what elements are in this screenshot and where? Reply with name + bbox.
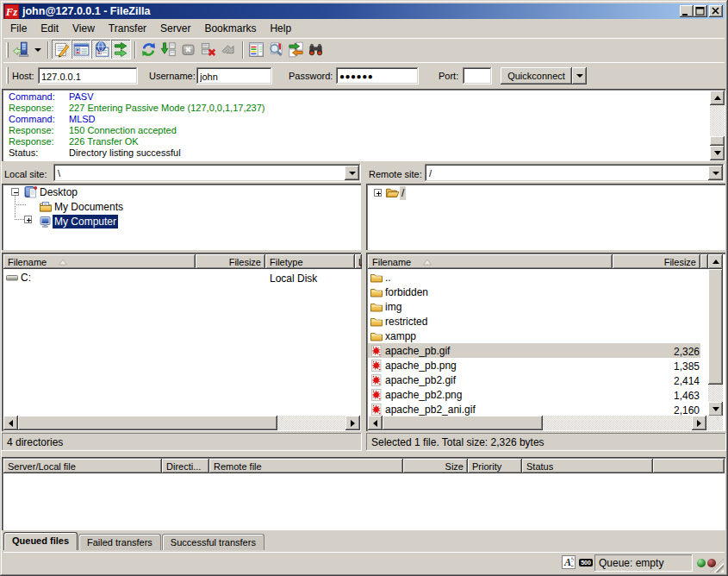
speed-limits-icon[interactable]: 500 <box>579 559 593 567</box>
toggle-message-log-button[interactable] <box>52 40 72 59</box>
refresh-icon <box>140 41 157 58</box>
log-line-label: Response: <box>9 103 54 113</box>
local-column-lastmodified[interactable]: L <box>355 254 362 269</box>
close-button[interactable] <box>709 5 723 17</box>
remote-file-row[interactable]: forbidden <box>368 285 609 299</box>
toggle-remote-tree-button[interactable] <box>91 40 111 59</box>
queue-column-remote-file[interactable]: Remote file <box>209 459 403 473</box>
synchronized-browsing-button[interactable] <box>286 40 306 59</box>
local-column-filetype[interactable]: Filetype <box>265 254 355 269</box>
tree-expand-toggle[interactable] <box>24 216 32 223</box>
log-scroll-down-button[interactable] <box>710 146 725 160</box>
username-input[interactable] <box>196 67 272 85</box>
queue-column-status[interactable]: Status <box>522 459 653 473</box>
remote-file-row[interactable]: .. <box>368 270 609 285</box>
remote-scroll-right-button[interactable] <box>692 416 706 430</box>
toggle-transfer-queue-button[interactable] <box>111 40 131 59</box>
remote-column-filename[interactable]: Filename <box>368 254 613 269</box>
local-scroll-left-button[interactable] <box>3 416 18 430</box>
local-column-filename[interactable]: Filename <box>3 254 196 269</box>
toolbar-gripper[interactable] <box>6 42 9 58</box>
remote-tree-icon <box>93 41 109 58</box>
toggle-local-tree-button[interactable] <box>72 40 91 59</box>
queue-column-direction[interactable]: Directi... <box>162 459 209 473</box>
menu-file[interactable]: File <box>3 21 34 36</box>
site-manager-dropdown[interactable] <box>32 40 43 59</box>
host-input[interactable] <box>38 67 138 85</box>
local-hscrollbar-thumb[interactable] <box>18 416 277 430</box>
local-file-row[interactable]: C: <box>3 270 262 285</box>
maximize-icon <box>694 5 707 17</box>
data-type-icon[interactable] <box>562 555 576 569</box>
tree-item-my-documents[interactable]: My Documents <box>39 199 125 214</box>
find-files-button[interactable] <box>306 40 326 59</box>
menu-bookmarks[interactable]: Bookmarks <box>197 21 263 36</box>
remote-vscrollbar-thumb[interactable] <box>708 269 723 385</box>
local-column-filesize[interactable]: Filesize <box>196 254 265 269</box>
remote-file-row[interactable]: img <box>368 299 609 314</box>
file-name-text: img <box>385 301 401 313</box>
tab-failed-transfers[interactable]: Failed transfers <box>78 534 161 550</box>
local-site-dropdown[interactable] <box>345 166 359 180</box>
menu-edit[interactable]: Edit <box>34 21 65 36</box>
port-input[interactable] <box>463 67 492 85</box>
quickconnect-button[interactable]: Quickconnect <box>501 67 572 85</box>
refresh-button[interactable] <box>139 40 159 59</box>
remote-file-row[interactable]: restricted <box>368 314 609 329</box>
remote-column-filesize[interactable]: Filesize <box>613 254 700 269</box>
remote-site-combo[interactable]: / <box>425 164 725 182</box>
log-line-text: Directory listing successful <box>69 147 181 159</box>
arrow-down-icon <box>34 48 41 52</box>
local-hscrollbar-track[interactable] <box>277 416 345 430</box>
log-scroll-up-button[interactable] <box>710 91 725 105</box>
menu-server[interactable]: Server <box>153 21 197 36</box>
remote-site-dropdown[interactable] <box>708 166 723 180</box>
filter-icon <box>248 41 264 58</box>
remote-hscrollbar-thumb[interactable] <box>383 416 543 430</box>
log-scrollbar-thumb[interactable] <box>710 136 725 146</box>
log-line-text: 227 Entering Passive Mode (127,0,0,1,17,… <box>69 103 264 114</box>
column-header-label: Size <box>441 461 468 472</box>
local-site-combo[interactable]: \ <box>53 164 361 182</box>
menu-transfer[interactable]: Transfer <box>102 21 153 36</box>
local-scroll-right-button[interactable] <box>345 416 360 430</box>
title-bar[interactable]: john@127.0.0.1 - FileZilla <box>3 3 725 19</box>
menu-view[interactable]: View <box>65 21 102 36</box>
remote-scroll-up-button[interactable] <box>708 254 723 269</box>
remote-vscrollbar-track[interactable] <box>708 385 723 402</box>
tree-item-root[interactable]: / <box>385 185 406 200</box>
tree-expand-toggle-remote[interactable] <box>374 189 382 197</box>
local-status-text: 4 directories <box>7 436 63 448</box>
tree-collapse-toggle[interactable] <box>11 188 19 196</box>
queue-column-priority[interactable]: Priority <box>468 459 522 473</box>
queue-column-size[interactable]: Size <box>403 459 468 473</box>
tab-queued-files[interactable]: Queued files <box>3 532 78 550</box>
remote-file-row[interactable]: xampp <box>368 329 609 343</box>
tree-item-my-computer[interactable]: My Computer <box>39 214 118 229</box>
process-queue-button[interactable] <box>159 40 178 59</box>
remote-hscrollbar-track[interactable] <box>543 416 692 430</box>
menu-help[interactable]: Help <box>263 21 298 36</box>
remote-scroll-down-button[interactable] <box>708 402 723 416</box>
cancel-operation-button[interactable] <box>178 40 198 59</box>
log-line: Response:150 Connection accepted <box>9 125 54 136</box>
queue-column-local-file[interactable]: Server/Local file <box>3 459 162 473</box>
local-site-label: Local site: <box>4 169 47 179</box>
tree-item-desktop[interactable]: Desktop <box>24 185 79 199</box>
quickconnect-gripper[interactable] <box>6 67 9 84</box>
directory-comparison-button[interactable] <box>266 40 286 59</box>
site-manager-button[interactable] <box>11 40 31 59</box>
maximize-button[interactable] <box>694 5 707 17</box>
folder-open-icon <box>385 185 400 200</box>
disconnect-button[interactable] <box>198 40 218 59</box>
quickconnect-dropdown[interactable] <box>572 67 587 85</box>
directory-listing-filters-button[interactable] <box>246 40 266 59</box>
local-site-row: Local site: \ <box>2 163 362 184</box>
minimize-button[interactable] <box>680 5 694 17</box>
toolbar-separator <box>134 41 136 59</box>
tab-successful-transfers[interactable]: Successful transfers <box>162 534 264 550</box>
reconnect-button[interactable] <box>218 40 238 59</box>
password-input[interactable] <box>336 67 419 85</box>
remote-scroll-left-button[interactable] <box>368 416 383 430</box>
log-line: Command:PASV <box>9 91 55 103</box>
